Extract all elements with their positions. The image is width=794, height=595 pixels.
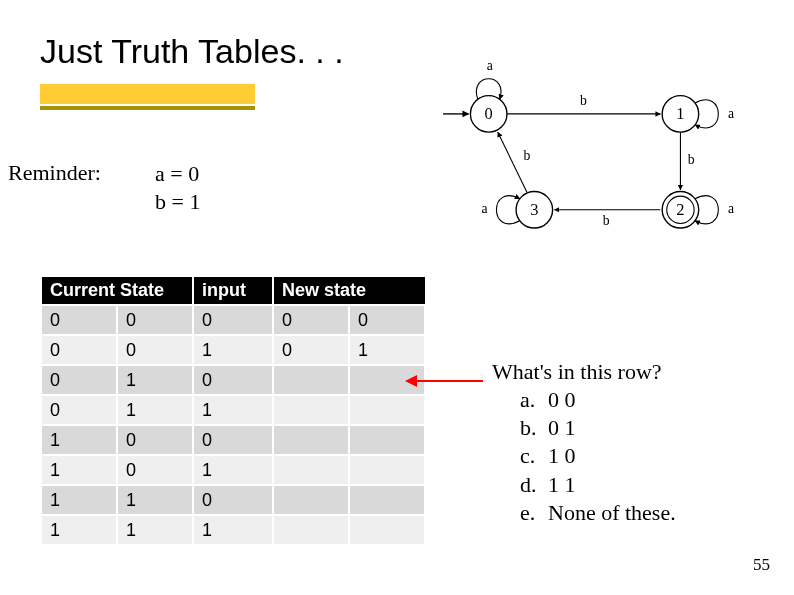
state-0-label: 0 bbox=[485, 104, 493, 123]
table-row: 1 0 1 bbox=[41, 455, 425, 485]
edge-01-label: b bbox=[580, 93, 587, 108]
edge-loop0-label: a bbox=[487, 58, 493, 73]
table-header-row: Current State input New state bbox=[41, 276, 425, 305]
th-current-state: Current State bbox=[41, 276, 193, 305]
edge-23-label: b bbox=[603, 213, 610, 228]
question-prompt: What's in this row? bbox=[492, 358, 676, 386]
page-number: 55 bbox=[753, 555, 770, 575]
option-e: e. None of these. bbox=[520, 499, 676, 527]
option-c: c. 1 0 bbox=[520, 442, 676, 470]
reminder-a: a = 0 bbox=[155, 160, 200, 188]
edge-loop3-label: a bbox=[481, 201, 487, 216]
reminder-b: b = 1 bbox=[155, 188, 200, 216]
th-new-state: New state bbox=[273, 276, 425, 305]
truth-table: Current State input New state 0 0 0 0 0 … bbox=[40, 275, 426, 546]
reminder-values: a = 0 b = 1 bbox=[155, 160, 200, 215]
table-row: 1 0 0 bbox=[41, 425, 425, 455]
question-block: What's in this row? a. 0 0 b. 0 1 c. 1 0… bbox=[492, 358, 676, 527]
edge-loop2-label: a bbox=[728, 201, 734, 216]
table-row: 0 1 0 bbox=[41, 365, 425, 395]
option-d: d. 1 1 bbox=[520, 471, 676, 499]
reminder-label: Reminder: bbox=[8, 160, 101, 186]
state-diagram: 0 a b 1 a b 2 a b 3 bbox=[400, 50, 760, 260]
edge-30-label: b bbox=[523, 148, 530, 163]
table-row: 0 0 1 0 1 bbox=[41, 335, 425, 365]
option-b: b. 0 1 bbox=[520, 414, 676, 442]
th-input: input bbox=[193, 276, 273, 305]
table-row: 0 0 0 0 0 bbox=[41, 305, 425, 335]
pointer-arrow-icon bbox=[405, 367, 483, 387]
title-underline bbox=[40, 84, 340, 112]
table-row: 1 1 1 bbox=[41, 515, 425, 545]
state-1-label: 1 bbox=[676, 104, 684, 123]
table-row: 0 1 1 bbox=[41, 395, 425, 425]
option-a: a. 0 0 bbox=[520, 386, 676, 414]
edge-12-label: b bbox=[688, 152, 695, 167]
state-2-label: 2 bbox=[676, 200, 684, 219]
slide: Just Truth Tables. . . Reminder: a = 0 b… bbox=[0, 0, 794, 595]
slide-title: Just Truth Tables. . . bbox=[40, 32, 344, 71]
edge-loop1-label: a bbox=[728, 106, 734, 121]
state-3-label: 3 bbox=[530, 200, 538, 219]
table-row: 1 1 0 bbox=[41, 485, 425, 515]
